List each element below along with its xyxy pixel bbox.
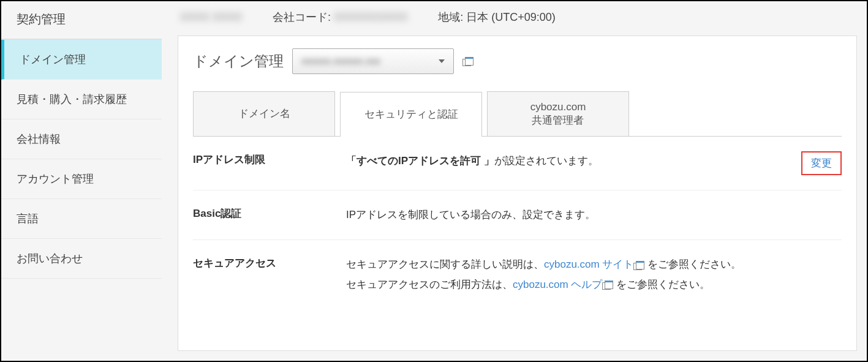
sidebar-item-company[interactable]: 会社情報: [1, 119, 162, 159]
company-code: 会社コード: XXXXXXXXXX: [273, 10, 407, 25]
secure-access-label: セキュアアクセス: [193, 255, 346, 270]
tab-content: IPアドレス制限 「すべてのIPアドレスを許可 」が設定されています。 変更 B…: [193, 136, 842, 309]
row-basic-auth: Basic認証 IPアドレスを制限している場合のみ、設定できます。: [193, 190, 842, 240]
owner-name: XXXX XXXX: [180, 11, 242, 24]
popup-window-icon[interactable]: [633, 261, 644, 270]
secure-access-value: セキュアアクセスに関する詳しい説明は、cybozu.com サイト をご参照くだ…: [346, 255, 842, 295]
sidebar-item-quotation[interactable]: 見積・購入・請求履歴: [1, 80, 162, 119]
panel-title: ドメイン管理: [193, 51, 284, 71]
main-area: XXXX XXXX 会社コード: XXXXXXXXXX 地域: 日本 (UTC+…: [162, 1, 867, 361]
popup-window-icon[interactable]: [462, 57, 474, 66]
sidebar-item-account[interactable]: アカウント管理: [1, 159, 162, 199]
sidebar: 契約管理 ドメイン管理 見積・購入・請求履歴 会社情報 アカウント管理 言語 お…: [1, 1, 162, 361]
sidebar-item-label: アカウント管理: [17, 173, 94, 185]
sidebar-item-contract[interactable]: 契約管理: [1, 1, 162, 40]
ip-restriction-value: 「すべてのIPアドレスを許可 」が設定されています。: [346, 151, 794, 171]
cybozu-help-link[interactable]: cybozu.com ヘルプ: [513, 279, 602, 290]
sidebar-item-label: 会社情報: [17, 133, 61, 145]
tab-domain-name[interactable]: ドメイン名: [193, 91, 335, 136]
tab-cybozu-admin[interactable]: cybozu.com 共通管理者: [487, 91, 629, 136]
sidebar-item-language[interactable]: 言語: [1, 199, 162, 239]
domain-dropdown[interactable]: xxxxxx.xxxxxx.xxx: [292, 48, 454, 74]
popup-window-icon[interactable]: [602, 281, 613, 289]
cybozu-site-link[interactable]: cybozu.com サイト: [544, 258, 633, 270]
sidebar-item-domain[interactable]: ドメイン管理: [1, 40, 162, 80]
basic-auth-label: Basic認証: [193, 205, 346, 221]
header: XXXX XXXX 会社コード: XXXXXXXXXX 地域: 日本 (UTC+…: [162, 1, 867, 36]
sidebar-item-label: 言語: [17, 213, 39, 225]
sidebar-item-label: 見積・購入・請求履歴: [17, 93, 127, 105]
chevron-down-icon: [439, 59, 445, 63]
basic-auth-value: IPアドレスを制限している場合のみ、設定できます。: [346, 205, 842, 225]
ip-restriction-label: IPアドレス制限: [193, 151, 346, 167]
sidebar-item-label: お問い合わせ: [17, 252, 83, 265]
domain-dropdown-value: xxxxxx.xxxxxx.xxx: [301, 56, 380, 67]
row-secure-access: セキュアアクセス セキュアアクセスに関する詳しい説明は、cybozu.com サ…: [193, 240, 842, 309]
sidebar-item-label: ドメイン管理: [20, 53, 86, 66]
sidebar-item-inquiry[interactable]: お問い合わせ: [1, 239, 162, 279]
ip-change-button[interactable]: 変更: [801, 151, 842, 175]
row-ip-restriction: IPアドレス制限 「すべてのIPアドレスを許可 」が設定されています。 変更: [193, 137, 842, 190]
tab-security-auth[interactable]: セキュリティと認証: [340, 92, 482, 137]
sidebar-item-label: 契約管理: [17, 12, 66, 26]
tabs: ドメイン名 セキュリティと認証 cybozu.com 共通管理者: [193, 91, 842, 136]
panel: ドメイン管理 xxxxxx.xxxxxx.xxx ドメイン名 セキュリティと認証…: [178, 36, 857, 351]
region-label: 地域: 日本 (UTC+09:00): [438, 10, 556, 25]
